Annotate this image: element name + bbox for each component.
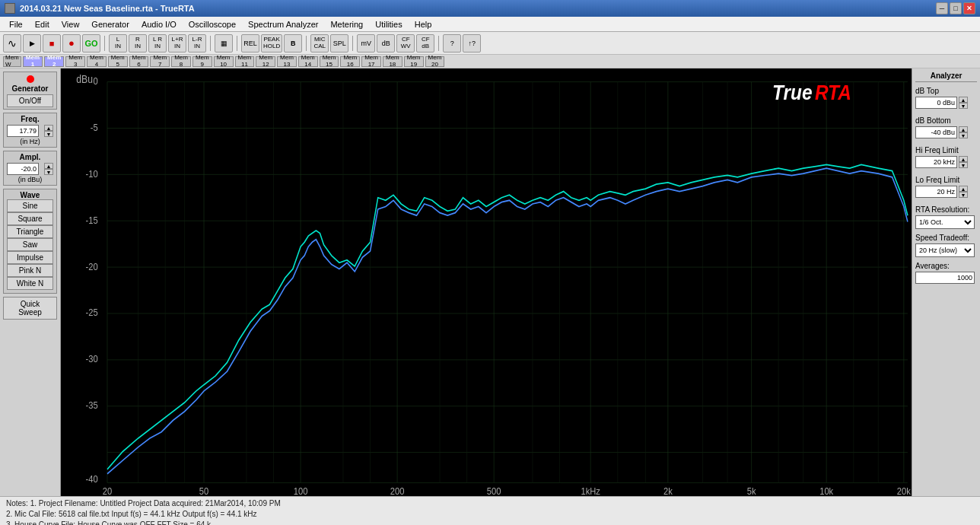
chart-area[interactable]: dBu 0 -5 -10 -15 -20 -25 -30 -35 -40 xyxy=(61,68,912,496)
averages-input[interactable] xyxy=(915,272,975,284)
lo-freq-up[interactable]: ▲ xyxy=(959,186,968,192)
svg-text:-10: -10 xyxy=(86,168,98,180)
minimize-button[interactable]: ─ xyxy=(936,2,948,14)
mem-btn-16[interactable]: Mem16 xyxy=(340,56,360,67)
mem-btn-20[interactable]: Mem20 xyxy=(425,56,445,67)
bold-btn[interactable]: B xyxy=(284,34,302,52)
svg-text:-5: -5 xyxy=(91,122,98,133)
mem-btn-10[interactable]: Mem10 xyxy=(214,56,234,67)
mem-btn-6[interactable]: Mem6 xyxy=(129,56,149,67)
l-in-btn[interactable]: LIN xyxy=(109,34,127,52)
svg-text:RTA: RTA xyxy=(815,80,851,104)
rta-res-select[interactable]: 1/6 Oct. 1/3 Oct. 1/12 Oct. 1/24 Oct. xyxy=(915,215,975,229)
db-btn[interactable]: dB xyxy=(377,34,395,52)
mem-btn-17[interactable]: Mem17 xyxy=(361,56,381,67)
mem-btn-11[interactable]: Mem11 xyxy=(235,56,255,67)
menu-audio-io[interactable]: Audio I/O xyxy=(135,18,183,30)
menu-edit[interactable]: Edit xyxy=(29,18,56,30)
db-bottom-down[interactable]: ▼ xyxy=(959,132,968,138)
speed-select[interactable]: 20 Hz (slow) 50 Hz 100 Hz xyxy=(915,243,975,257)
help-btn[interactable]: ? xyxy=(443,34,461,52)
maximize-button[interactable]: □ xyxy=(950,2,962,14)
record-btn[interactable]: ● xyxy=(62,34,81,52)
menu-file[interactable]: File xyxy=(3,18,29,30)
hi-freq-input[interactable] xyxy=(915,156,957,168)
separator-5 xyxy=(352,36,353,51)
mem-btn-13[interactable]: Mem13 xyxy=(277,56,297,67)
mem-btn-2[interactable]: Mem2 xyxy=(44,56,64,67)
info-btn[interactable]: ↑? xyxy=(463,34,481,52)
mem-btn-4[interactable]: Mem4 xyxy=(87,56,107,67)
on-off-button[interactable]: On/Off xyxy=(7,94,53,107)
ampl-unit: (in dBu) xyxy=(7,176,53,183)
svg-text:50: 50 xyxy=(199,485,209,496)
menu-help[interactable]: Help xyxy=(409,18,438,30)
r-in-btn[interactable]: RIN xyxy=(129,34,147,52)
mem-btn-15[interactable]: Mem15 xyxy=(320,56,339,67)
rel-btn[interactable]: REL xyxy=(241,34,259,52)
quick-sweep-btn[interactable]: QuickSweep xyxy=(3,297,57,320)
ampl-input[interactable] xyxy=(7,163,39,175)
lo-freq-input[interactable] xyxy=(915,186,957,198)
menu-oscilloscope[interactable]: Oscilloscope xyxy=(183,18,242,30)
mic-cal-btn[interactable]: MICCAL xyxy=(310,34,329,52)
stop-btn[interactable]: ■ xyxy=(43,34,61,52)
mem-btn-14[interactable]: Mem14 xyxy=(298,56,318,67)
ampl-down-btn[interactable]: ▼ xyxy=(44,169,53,175)
peak-hold-btn[interactable]: PEAKHOLD xyxy=(261,34,282,52)
menu-spectrum[interactable]: Spectrum Analyzer xyxy=(242,18,324,30)
mem-btn-18[interactable]: Mem18 xyxy=(383,56,402,67)
hi-freq-down[interactable]: ▼ xyxy=(959,162,968,168)
sine-btn[interactable]: Sine xyxy=(7,199,53,212)
mem-btn-7[interactable]: Mem7 xyxy=(150,56,170,67)
analyzer-panel: Analyzer dB Top ▲ ▼ dB Bottom ▲ ▼ xyxy=(912,68,980,496)
menu-view[interactable]: View xyxy=(56,18,86,30)
cf-db-btn[interactable]: CFdB xyxy=(416,34,434,52)
go-btn[interactable]: GO xyxy=(82,34,100,52)
pink-noise-btn[interactable]: Pink N xyxy=(7,264,53,277)
play-btn[interactable]: ▶ xyxy=(23,34,41,52)
menu-utilities[interactable]: Utilities xyxy=(369,18,408,30)
mem-btn-1[interactable]: Mem1 xyxy=(23,56,43,67)
close-button[interactable]: ✕ xyxy=(963,2,975,14)
spl-btn[interactable]: SPL xyxy=(330,34,348,52)
db-top-row: ▲ ▼ xyxy=(915,97,977,109)
freq-down-btn[interactable]: ▼ xyxy=(44,131,53,137)
menu-metering[interactable]: Metering xyxy=(324,18,369,30)
grid-btn[interactable]: ▦ xyxy=(215,34,233,52)
freq-up-btn[interactable]: ▲ xyxy=(44,125,53,131)
ampl-up-btn[interactable]: ▲ xyxy=(44,163,53,169)
svg-text:10k: 10k xyxy=(819,485,834,496)
db-bottom-input[interactable] xyxy=(915,126,957,138)
lo-freq-down[interactable]: ▼ xyxy=(959,192,968,198)
freq-input[interactable] xyxy=(7,125,39,137)
hi-freq-row: ▲ ▼ xyxy=(915,156,977,168)
analyzer-title: Analyzer xyxy=(915,72,977,82)
mem-btn-19[interactable]: Mem19 xyxy=(404,56,424,67)
mem-btn-12[interactable]: Mem12 xyxy=(256,56,275,67)
mem-btn-3[interactable]: Mem3 xyxy=(65,56,85,67)
triangle-btn[interactable]: Triangle xyxy=(7,225,53,238)
mem-btn-9[interactable]: Mem9 xyxy=(192,56,212,67)
mem-btn-8[interactable]: Mem8 xyxy=(171,56,191,67)
hi-freq-up[interactable]: ▲ xyxy=(959,156,968,162)
db-bottom-up[interactable]: ▲ xyxy=(959,126,968,132)
ldr-in-btn[interactable]: L-RIN xyxy=(188,34,206,52)
generator-group: Generator On/Off xyxy=(3,72,57,110)
menu-generator[interactable]: Generator xyxy=(85,18,135,30)
db-top-down[interactable]: ▼ xyxy=(959,103,968,109)
mv-btn[interactable]: mV xyxy=(357,34,375,52)
lr-in-btn[interactable]: L RIN xyxy=(148,34,167,52)
db-top-input[interactable] xyxy=(915,97,957,109)
lpr-in-btn[interactable]: L+RIN xyxy=(168,34,186,52)
cf-wv-btn[interactable]: CFWV xyxy=(396,34,415,52)
sine-wave-btn[interactable]: ∿ xyxy=(3,34,21,52)
db-top-up[interactable]: ▲ xyxy=(959,97,968,103)
svg-text:5k: 5k xyxy=(747,485,757,496)
white-noise-btn[interactable]: White N xyxy=(7,277,53,290)
impulse-btn[interactable]: Impulse xyxy=(7,251,53,264)
mem-btn-5[interactable]: Mem5 xyxy=(108,56,128,67)
saw-btn[interactable]: Saw xyxy=(7,238,53,251)
db-bottom-label: dB Bottom xyxy=(915,116,977,125)
square-btn[interactable]: Square xyxy=(7,212,53,225)
